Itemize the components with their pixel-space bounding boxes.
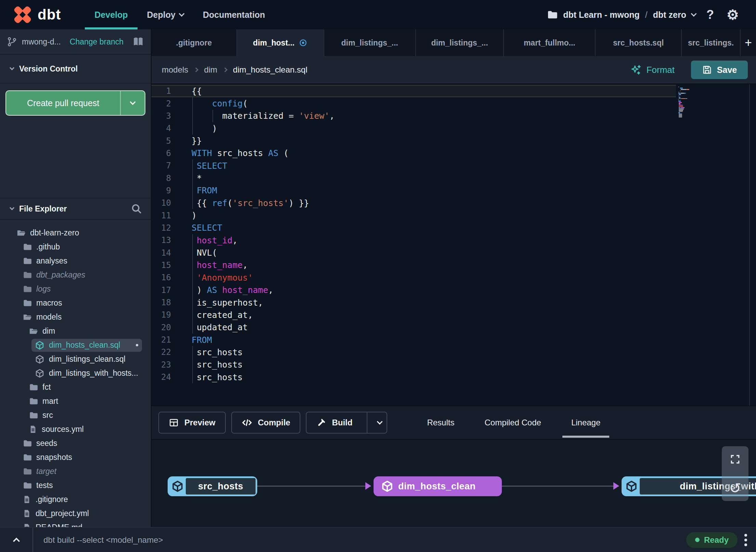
breadcrumb-segment[interactable]: dim_hosts_clean.sql — [233, 65, 307, 75]
editor-scrollbar[interactable] — [749, 84, 750, 406]
file-tree-item[interactable]: dbt-learn-zero — [0, 226, 151, 240]
change-branch-link[interactable]: Change branch — [70, 37, 123, 47]
file-tree-item[interactable]: README.md — [0, 521, 151, 527]
code-line[interactable]: 12SELECT — [152, 222, 756, 234]
editor-tab[interactable]: src_listings. — [682, 29, 741, 56]
line-number: 15 — [152, 260, 171, 270]
code-line[interactable]: 9 FROM — [152, 184, 756, 197]
nav-item-deploy[interactable]: Deploy — [138, 0, 193, 29]
code-line[interactable]: 6WITH src_hosts AS ( — [152, 147, 756, 159]
file-tree-item[interactable]: models — [0, 310, 151, 324]
folder-open-icon — [23, 312, 32, 322]
breadcrumb-segment[interactable]: dim — [204, 65, 217, 75]
panel-tab-lineage[interactable]: Lineage — [556, 406, 615, 439]
kebab-menu-icon[interactable] — [744, 534, 747, 546]
code-line[interactable]: 21FROM — [152, 334, 756, 346]
file-tree-item[interactable]: snapshots — [0, 450, 151, 464]
file-tree-item[interactable]: logs — [0, 282, 151, 296]
folder-icon — [23, 298, 32, 308]
code-line[interactable]: 3 materialized = 'view', — [152, 110, 756, 122]
help-icon[interactable]: ? — [702, 7, 718, 23]
preview-button[interactable]: Preview — [158, 412, 226, 434]
compile-button[interactable]: Compile — [231, 412, 301, 434]
save-disk-icon — [702, 65, 712, 75]
branch-name[interactable]: mwong-d... — [22, 37, 61, 47]
code-line[interactable]: 18 is_superhost, — [152, 296, 756, 309]
command-input[interactable]: dbt build --select <model_name> — [43, 535, 163, 545]
code-line[interactable]: 13 host_id, — [152, 234, 756, 246]
panel-tab-compiled-code[interactable]: Compiled Code — [469, 406, 556, 439]
code-line[interactable]: 20 updated_at — [152, 321, 756, 334]
file-tree-item[interactable]: src — [0, 408, 151, 422]
editor-tab[interactable]: dim_host... — [237, 29, 324, 56]
code-line[interactable]: 16 'Anonymous' — [152, 271, 756, 284]
create-pull-request-button[interactable]: Create pull request — [5, 90, 145, 116]
file-tree-item[interactable]: tests — [0, 478, 151, 492]
file-tree-item[interactable]: fct — [0, 380, 151, 394]
file-tree-item[interactable]: dim_listings_clean.sql — [0, 352, 151, 366]
project-selector[interactable]: dbt Learn - mwong / dbt zero — [547, 9, 696, 20]
file-tree-item[interactable]: mart — [0, 394, 151, 408]
file-tree-item[interactable]: .github — [0, 240, 151, 254]
code-line[interactable]: 23 src_hosts — [152, 359, 756, 371]
file-tree-item[interactable]: sources.yml — [0, 422, 151, 436]
lineage-node[interactable]: src_hosts — [168, 476, 257, 496]
file-tree-item[interactable]: dbt_project.yml — [0, 506, 151, 521]
code-line[interactable]: 11) — [152, 209, 756, 221]
code-line[interactable]: 10 {{ ref('src_hosts') }} — [152, 197, 756, 209]
code-line[interactable]: 1{{ — [152, 85, 756, 97]
fullscreen-icon[interactable] — [728, 452, 743, 467]
code-line[interactable]: 22 src_hosts — [152, 346, 756, 358]
file-explorer-header[interactable]: File Explorer — [0, 198, 151, 220]
code-editor[interactable]: 1{{2 config(3 materialized = 'view',4 )5… — [152, 84, 756, 406]
refresh-icon[interactable]: ↺ — [728, 480, 743, 496]
file-tree-item[interactable]: seeds — [0, 436, 151, 450]
search-icon[interactable] — [130, 203, 143, 215]
line-number: 4 — [152, 124, 171, 133]
code-line[interactable]: 5}} — [152, 134, 756, 147]
build-dropdown[interactable] — [373, 421, 387, 425]
file-tree-item[interactable]: dbt_packages — [0, 268, 151, 282]
file-tree-item[interactable]: target — [0, 464, 151, 478]
model-cube-icon — [35, 369, 44, 378]
breadcrumb-segment[interactable]: models — [162, 65, 188, 75]
editor-tab[interactable]: src_hosts.sql — [596, 29, 682, 56]
line-number: 19 — [152, 310, 171, 320]
minimap[interactable] — [678, 86, 713, 117]
status-bar: dbt build --select <model_name> Ready — [0, 527, 756, 552]
file-tree-item[interactable]: dim_listings_with_hosts... — [0, 366, 151, 380]
code-line[interactable]: 7 SELECT — [152, 159, 756, 172]
file-tree-item[interactable]: .gitignore — [0, 492, 151, 506]
docs-book-icon[interactable] — [132, 36, 144, 48]
file-tree-item[interactable]: analyses — [0, 254, 151, 268]
editor-tab[interactable]: dim_listings_... — [416, 29, 504, 56]
new-tab-button[interactable]: + — [741, 29, 756, 56]
panel-tab-results[interactable]: Results — [412, 406, 469, 439]
nav-item-develop[interactable]: Develop — [85, 0, 137, 29]
file-tree-item[interactable]: dim — [0, 324, 151, 338]
file-tree-item[interactable]: dim_hosts_clean.sql• — [0, 338, 151, 352]
save-button[interactable]: Save — [691, 61, 748, 79]
build-button[interactable]: Build — [306, 412, 387, 434]
code-line[interactable]: 8 * — [152, 172, 756, 184]
format-button[interactable]: Format — [630, 64, 675, 76]
editor-tab[interactable]: .gitignore — [152, 29, 237, 56]
editor-tab[interactable]: mart_fullmo... — [504, 29, 596, 56]
folder-icon — [29, 383, 38, 392]
file-tree-item[interactable]: macros — [0, 296, 151, 310]
code-line[interactable]: 17 ) AS host_name, — [152, 284, 756, 296]
expand-command-bar-icon[interactable] — [0, 535, 32, 545]
nav-item-documentation[interactable]: Documentation — [193, 0, 275, 29]
code-line[interactable]: 15 host_name, — [152, 259, 756, 271]
code-line[interactable]: 14 NVL( — [152, 246, 756, 259]
code-line[interactable]: 24 src_hosts — [152, 371, 756, 383]
editor-tab[interactable]: dim_listings_... — [324, 29, 416, 56]
gear-icon[interactable]: ⚙ — [725, 7, 741, 23]
create-pr-dropdown[interactable] — [121, 91, 145, 115]
code-line[interactable]: 19 created_at, — [152, 309, 756, 321]
code-line[interactable]: 2 config( — [152, 97, 756, 110]
code-line[interactable]: 4 ) — [152, 122, 756, 134]
lineage-node[interactable]: dim_hosts_clean — [374, 476, 502, 496]
version-control-header[interactable]: Version Control — [0, 55, 151, 84]
file-icon — [23, 509, 31, 518]
